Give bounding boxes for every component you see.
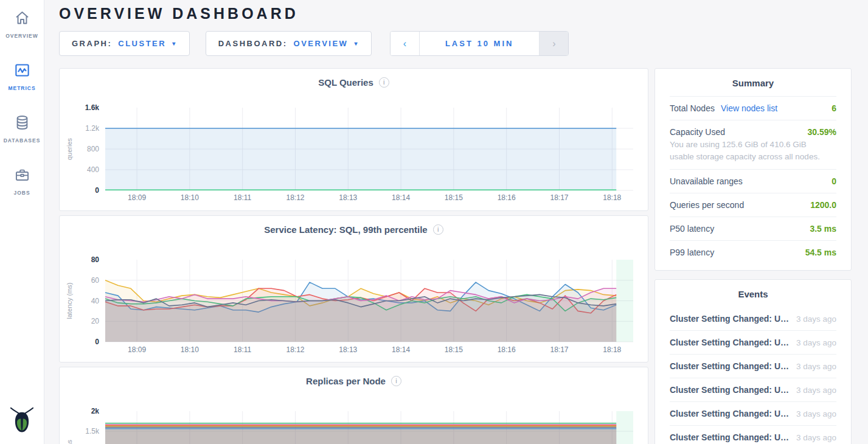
- graph-dropdown[interactable]: GRAPH: CLUSTER ▾: [59, 31, 190, 56]
- app-window: OVERVIEW METRICS DATABASES: [0, 0, 868, 444]
- svg-text:18:14: 18:14: [392, 345, 410, 354]
- page-title: OVERVIEW DASHBOARD: [59, 5, 853, 23]
- summary-row-value: 30.59%: [808, 127, 836, 137]
- svg-text:18:15: 18:15: [445, 345, 463, 354]
- event-title: Cluster Setting Changed: U…: [670, 432, 789, 442]
- chart-title: SQL Queries: [318, 77, 373, 88]
- event-row: Cluster Setting Changed: U… 3 days ago: [670, 426, 836, 444]
- event-timestamp: 3 days ago: [789, 433, 836, 442]
- svg-text:18:10: 18:10: [181, 193, 199, 202]
- svg-text:18:12: 18:12: [286, 193, 304, 202]
- events-title: Events: [670, 280, 836, 307]
- svg-text:queries: queries: [66, 137, 73, 160]
- event-title: Cluster Setting Changed: U…: [670, 385, 789, 395]
- summary-row-label: P50 latency: [670, 224, 714, 234]
- sql-queries-plot[interactable]: 1.6k1.2k800400018:0918:1018:1118:1218:13…: [60, 95, 648, 210]
- sidebar-item-label: METRICS: [8, 85, 35, 91]
- svg-text:18:11: 18:11: [234, 193, 251, 202]
- svg-text:latency (ms): latency (ms): [66, 283, 73, 319]
- svg-text:40: 40: [91, 297, 100, 305]
- event-row: Cluster Setting Changed: U… 3 days ago: [670, 331, 836, 355]
- svg-text:0: 0: [95, 186, 99, 195]
- sidebar-item-jobs[interactable]: JOBS: [0, 163, 44, 199]
- graph-dropdown-value: CLUSTER: [118, 39, 166, 48]
- view-nodes-list-link[interactable]: View nodes list: [721, 103, 777, 113]
- sidebar-item-label: OVERVIEW: [5, 33, 38, 39]
- sidebar-item-metrics[interactable]: METRICS: [0, 58, 44, 95]
- svg-text:60: 60: [91, 276, 100, 285]
- svg-text:18:09: 18:09: [128, 193, 146, 202]
- summary-row-unavailable-ranges: Unavailable ranges 0: [670, 169, 836, 193]
- svg-text:18:17: 18:17: [550, 345, 568, 354]
- summary-row-label: Total Nodes: [670, 103, 715, 113]
- svg-text:800: 800: [87, 145, 99, 153]
- charts-column: SQL Queries i 1.6k1.2k800400018:0918:101…: [59, 68, 648, 444]
- summary-row-label: Unavailable ranges: [670, 176, 743, 186]
- svg-text:18:16: 18:16: [498, 345, 516, 354]
- dashboard-dropdown-value: OVERVIEW: [294, 39, 349, 48]
- summary-panel: Summary Total Nodes View nodes list 6 Ca…: [654, 68, 852, 271]
- event-title: Cluster Setting Changed: U…: [670, 361, 789, 371]
- main-content: OVERVIEW DASHBOARD GRAPH: CLUSTER ▾ DASH…: [44, 0, 868, 444]
- time-window-selector: ‹ LAST 10 MIN ›: [390, 31, 569, 56]
- event-title: Cluster Setting Changed: U…: [670, 409, 789, 418]
- summary-row-value: 54.5 ms: [805, 248, 836, 257]
- capacity-description: You are using 125.6 GiB of 410.6 GiB usa…: [670, 139, 836, 162]
- right-column: Summary Total Nodes View nodes list 6 Ca…: [654, 68, 852, 444]
- sidebar: OVERVIEW METRICS DATABASES: [0, 0, 44, 444]
- summary-title: Summary: [670, 69, 836, 96]
- summary-row-value: 0: [832, 176, 836, 186]
- chart-header: Service Latency: SQL, 99th percentile i: [60, 216, 648, 243]
- info-icon[interactable]: i: [379, 77, 389, 88]
- svg-text:18:15: 18:15: [445, 193, 463, 202]
- event-timestamp: 3 days ago: [789, 314, 836, 324]
- chart-card-replicas-per-node: Replicas per Node i 2k1.5k1k5000replicas: [59, 367, 648, 444]
- dashboard-content: SQL Queries i 1.6k1.2k800400018:0918:101…: [59, 68, 853, 444]
- time-range-button[interactable]: LAST 10 MIN: [419, 32, 540, 55]
- time-next-button[interactable]: ›: [540, 32, 568, 55]
- sidebar-item-label: DATABASES: [4, 137, 41, 144]
- database-icon: [14, 114, 30, 133]
- info-icon[interactable]: i: [433, 224, 443, 235]
- service-latency-plot[interactable]: 80604020018:0918:1018:1118:1218:1318:141…: [60, 243, 648, 362]
- summary-row-value: 3.5 ms: [810, 224, 836, 234]
- svg-text:18:09: 18:09: [128, 345, 146, 354]
- summary-row-label: Queries per second: [670, 200, 744, 210]
- sidebar-item-databases[interactable]: DATABASES: [0, 111, 44, 147]
- event-title: Cluster Setting Changed: U…: [670, 338, 789, 347]
- svg-text:18:18: 18:18: [603, 193, 621, 202]
- event-timestamp: 3 days ago: [789, 409, 836, 418]
- event-title: Cluster Setting Changed: U…: [670, 314, 789, 324]
- chevron-down-icon: ▾: [354, 40, 359, 47]
- svg-text:18:10: 18:10: [181, 345, 199, 354]
- svg-text:18:16: 18:16: [498, 193, 516, 202]
- sidebar-item-overview[interactable]: OVERVIEW: [0, 6, 44, 43]
- svg-text:400: 400: [87, 165, 99, 174]
- summary-row-value: 1200.0: [810, 200, 836, 210]
- chart-card-sql-queries: SQL Queries i 1.6k1.2k800400018:0918:101…: [59, 68, 648, 211]
- chevron-down-icon: ▾: [172, 40, 177, 47]
- summary-row-label: Capacity Used: [670, 127, 725, 137]
- home-icon: [14, 10, 30, 29]
- svg-text:18:17: 18:17: [550, 193, 568, 202]
- svg-text:18:18: 18:18: [603, 345, 621, 354]
- sidebar-item-label: JOBS: [13, 190, 30, 196]
- chart-title: Replicas per Node: [306, 376, 386, 386]
- svg-text:1.2k: 1.2k: [85, 124, 100, 133]
- svg-text:20: 20: [91, 317, 100, 325]
- svg-text:18:13: 18:13: [339, 193, 357, 202]
- briefcase-icon: [14, 167, 30, 186]
- time-prev-button[interactable]: ‹: [391, 32, 419, 55]
- graph-dropdown-label: GRAPH:: [72, 39, 112, 48]
- event-row: Cluster Setting Changed: U… 3 days ago: [670, 402, 836, 426]
- event-timestamp: 3 days ago: [789, 362, 836, 371]
- svg-text:2k: 2k: [91, 407, 100, 415]
- events-panel: Events Cluster Setting Changed: U… 3 day…: [654, 279, 852, 444]
- summary-row-label: P99 latency: [670, 248, 714, 257]
- replicas-per-node-plot[interactable]: 2k1.5k1k5000replicas: [60, 394, 648, 444]
- info-icon[interactable]: i: [391, 376, 401, 386]
- dashboard-dropdown[interactable]: DASHBOARD: OVERVIEW ▾: [206, 31, 372, 56]
- svg-text:18:12: 18:12: [286, 345, 304, 354]
- svg-text:18:14: 18:14: [392, 193, 410, 202]
- svg-text:1.5k: 1.5k: [85, 427, 100, 435]
